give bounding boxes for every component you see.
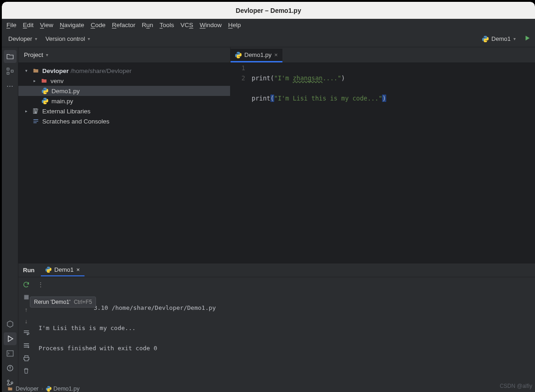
- menu-view[interactable]: View: [40, 22, 53, 28]
- svg-rect-2: [11, 70, 13, 73]
- breadcrumb-project[interactable]: Devloper: [16, 386, 39, 392]
- collapse-icon[interactable]: ▾: [23, 68, 29, 73]
- chevron-down-icon: ▾: [46, 52, 48, 57]
- code-area[interactable]: 1 2 print("I'm zhangsan....") print("I'm…: [231, 63, 535, 263]
- terminal-tool-icon[interactable]: [4, 347, 17, 360]
- tooltip-shortcut: Ctrl+F5: [74, 299, 92, 305]
- chevron-down-icon: ▾: [35, 36, 37, 41]
- tree-external-libraries[interactable]: ▸ External Libraries: [18, 106, 230, 116]
- menu-tools[interactable]: Tools: [159, 22, 174, 28]
- menu-window[interactable]: Window: [200, 22, 222, 28]
- print-icon[interactable]: [23, 355, 30, 363]
- expand-icon[interactable]: ▸: [23, 109, 29, 113]
- tree-file-main[interactable]: main.py: [18, 96, 230, 106]
- run-toolbar: ⋮: [34, 277, 535, 291]
- up-arrow-icon[interactable]: ↑: [25, 306, 28, 313]
- tree-venv[interactable]: ▸ venv: [18, 76, 230, 86]
- project-tool-icon[interactable]: [4, 50, 17, 63]
- run-toolwindow-title: Run: [23, 267, 34, 274]
- editor-tab-demo1[interactable]: Demo1.py ×: [231, 49, 282, 62]
- svg-rect-1: [7, 72, 9, 74]
- menu-bar: File Edit View Navigate Code Refactor Ru…: [2, 19, 535, 31]
- editor-lines[interactable]: print("I'm zhangsan....") print("I'm Lis…: [250, 63, 535, 263]
- project-toolwindow-header[interactable]: Project ▾: [18, 47, 230, 63]
- project-toolwindow: Project ▾ ▾ Devloper/home/share/Devloper…: [18, 47, 231, 263]
- python-packages-icon[interactable]: [4, 318, 17, 330]
- folder-icon: [6, 386, 14, 392]
- tree-extlib-label: External Libraries: [42, 108, 90, 115]
- editor-pane: Demo1.py × 1 2 print("I'm zhangsan....")…: [231, 47, 535, 263]
- kebab-icon[interactable]: ⋮: [38, 281, 44, 288]
- expand-icon[interactable]: ▸: [31, 78, 38, 83]
- run-config-name: Demo1: [491, 35, 511, 42]
- main-toolbar: Devloper ▾ Version control ▾ Demo1 ▾: [2, 31, 535, 47]
- run-action-rail: ↑ ↓: [18, 277, 34, 392]
- tree-file-demo1[interactable]: Demo1.py: [18, 86, 230, 96]
- close-icon[interactable]: ×: [274, 51, 278, 58]
- svg-rect-0: [7, 68, 9, 70]
- breadcrumb-file[interactable]: Demo1.py: [53, 386, 79, 392]
- close-icon[interactable]: ×: [76, 266, 80, 273]
- scroll-end-icon[interactable]: [23, 342, 30, 350]
- window-title: Devloper – Demo1.py: [236, 7, 301, 14]
- trash-icon[interactable]: [23, 368, 29, 375]
- structure-tool-icon[interactable]: [4, 65, 17, 78]
- menu-code[interactable]: Code: [90, 22, 105, 28]
- chevron-down-icon: ▾: [513, 36, 516, 41]
- console-line: I'm Lisi this is my code...: [39, 323, 530, 333]
- token-str: "I'm Lisi this is my code...": [274, 95, 383, 102]
- menu-refactor[interactable]: Refactor: [112, 22, 135, 28]
- tree-file-label: Demo1.py: [51, 88, 80, 95]
- svg-rect-3: [7, 351, 13, 356]
- svg-point-7: [11, 382, 13, 384]
- menu-vcs[interactable]: VCS: [180, 22, 193, 28]
- token-str: ....": [322, 74, 341, 82]
- more-tool-icon[interactable]: ⋯: [4, 79, 17, 92]
- scratches-icon: [32, 118, 39, 125]
- library-icon: [32, 107, 39, 115]
- project-tree: ▾ Devloper/home/share/Devloper ▸ venv: [18, 63, 230, 263]
- watermark: CSDN @alfiy: [500, 383, 532, 389]
- tree-root-name: Devloper: [42, 67, 69, 74]
- rerun-icon[interactable]: [23, 281, 30, 290]
- console-line: [39, 333, 530, 343]
- tree-root[interactable]: ▾ Devloper/home/share/Devloper: [18, 66, 230, 76]
- menu-run[interactable]: Run: [142, 22, 153, 28]
- tooltip-text: Rerun 'Demo1': [34, 299, 70, 305]
- run-button-icon[interactable]: [524, 35, 530, 43]
- left-toolwindow-rail: ⋯: [2, 47, 18, 392]
- down-arrow-icon[interactable]: ↓: [25, 318, 28, 325]
- token-fn: print: [252, 95, 270, 102]
- tree-scratches[interactable]: Scratches and Consoles: [18, 116, 230, 126]
- stop-icon[interactable]: [23, 294, 29, 302]
- line-number: 2: [231, 73, 245, 83]
- run-tab-demo1[interactable]: Demo1 ×: [41, 264, 84, 276]
- console-line: 3.10 /home/share/Devloper/Demo1.py: [39, 303, 530, 313]
- menu-navigate[interactable]: Navigate: [60, 22, 84, 28]
- run-tool-icon[interactable]: [4, 332, 17, 345]
- run-tabs: Run Demo1 ×: [18, 263, 535, 277]
- token-str: zhangsan: [293, 74, 322, 82]
- tree-root-path: /home/share/Devloper: [71, 67, 132, 74]
- menu-help[interactable]: Help: [228, 22, 241, 28]
- project-dropdown-label: Devloper: [8, 35, 32, 42]
- run-console[interactable]: . 3.10 /home/share/Devloper/Demo1.py I'm…: [34, 291, 535, 358]
- svg-rect-8: [24, 295, 28, 300]
- run-config-dropdown[interactable]: Demo1 ▾: [482, 35, 516, 42]
- menu-file[interactable]: File: [6, 22, 17, 28]
- console-line: Process finished with exit code 0: [39, 343, 530, 353]
- watermark-text: CSDN @alfiy: [500, 383, 532, 389]
- menu-edit[interactable]: Edit: [23, 22, 34, 28]
- console-line: [39, 313, 530, 323]
- python-file-icon: [46, 386, 51, 392]
- version-control-dropdown[interactable]: Version control ▾: [45, 35, 90, 42]
- breadcrumb-bar: Devloper › Demo1.py: [2, 386, 535, 392]
- editor-tabs: Demo1.py ×: [231, 47, 535, 63]
- project-dropdown[interactable]: Devloper ▾: [8, 35, 37, 42]
- svg-point-4: [7, 365, 13, 371]
- editor-tab-label: Demo1.py: [244, 51, 271, 58]
- python-file-icon: [41, 97, 49, 105]
- folder-icon: [40, 77, 48, 84]
- soft-wrap-icon[interactable]: [23, 329, 30, 337]
- problems-tool-icon[interactable]: [4, 362, 17, 375]
